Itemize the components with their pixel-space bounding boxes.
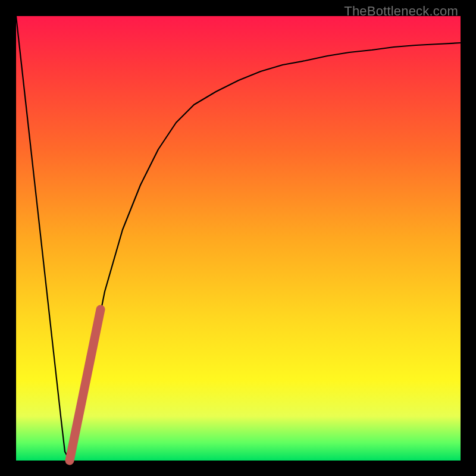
marker-segment — [70, 309, 101, 461]
curve-layer — [16, 16, 461, 461]
chart-frame: TheBottleneck.com — [0, 0, 476, 476]
plot-area — [16, 16, 461, 461]
